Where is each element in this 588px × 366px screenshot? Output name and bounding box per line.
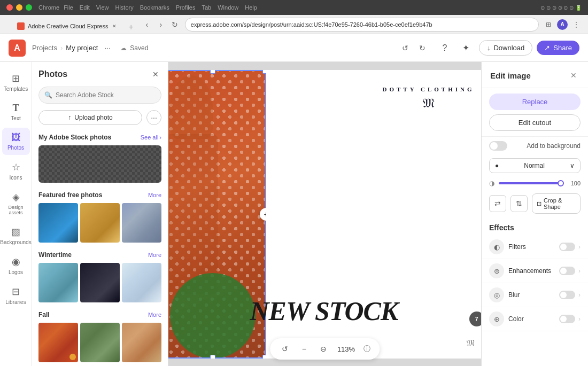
search-box[interactable]: 🔍 xyxy=(38,87,161,104)
sidebar-item-libraries[interactable]: ⊟ Libraries xyxy=(2,282,30,309)
sidebar-item-logos[interactable]: ◉ Logos xyxy=(2,252,30,279)
color-expand-icon[interactable]: › xyxy=(578,315,581,323)
header-actions: ? ✦ ↓ Download ↗ Share xyxy=(436,40,579,57)
right-panel-title: Edit image xyxy=(490,71,531,80)
crop-shape-button[interactable]: ⊡ Crop & Shape xyxy=(532,193,581,214)
sidebar-item-photos[interactable]: 🖼 Photos xyxy=(2,128,30,155)
tab-close-button[interactable]: ✕ xyxy=(111,23,118,29)
edit-cutout-button[interactable]: Edit cutout xyxy=(489,114,581,131)
my-stock-see-all[interactable]: See all › xyxy=(141,134,161,141)
help-button[interactable]: ? xyxy=(436,40,453,57)
color-left: ⊕ Color xyxy=(489,312,524,326)
extensions-icon[interactable]: ⊞ xyxy=(543,19,554,30)
url-bar[interactable]: express.adobe.com/sp/design/post/urn:aai… xyxy=(185,18,539,32)
settings-icon[interactable]: ⋮ xyxy=(571,19,582,30)
photo-thumb[interactable] xyxy=(80,263,120,302)
wintertime-more-link[interactable]: More xyxy=(148,252,161,258)
sidebar-item-text[interactable]: T Text xyxy=(2,98,30,126)
color-toggle[interactable] xyxy=(559,315,575,323)
photo-thumb[interactable] xyxy=(38,323,78,362)
photo-thumb[interactable] xyxy=(80,323,120,362)
fall-title: Fall xyxy=(38,311,50,318)
zoom-out-alt-button[interactable]: ⊖ xyxy=(316,341,331,356)
canvas-area[interactable]: + DOTTY CLOTHING 𝔐 NEW STOCK 𝔐 7 ↺ − xyxy=(168,62,481,366)
minimize-window-button[interactable] xyxy=(16,4,22,11)
blur-toggle[interactable] xyxy=(559,291,575,299)
sidebar-item-design-assets[interactable]: ◈ Design assets xyxy=(2,187,30,220)
photo-thumb[interactable] xyxy=(38,203,78,243)
opacity-slider[interactable] xyxy=(499,182,563,184)
right-panel-close-button[interactable]: ✕ xyxy=(568,69,579,81)
blend-mode-icon: ● xyxy=(495,162,499,169)
text-label: Text xyxy=(11,115,20,121)
upload-more-options-button[interactable]: ··· xyxy=(146,110,161,125)
upload-row: ↑ Upload photo ··· xyxy=(38,110,161,125)
active-tab[interactable]: Adobe Creative Cloud Express ✕ xyxy=(11,20,124,32)
right-panel: Edit image ✕ Replace Edit cutout Add to … xyxy=(481,62,588,366)
new-tab-button[interactable]: + xyxy=(125,22,136,32)
enhancements-left: ⊜ Enhancements xyxy=(489,263,551,278)
blend-mode-dropdown[interactable]: ● Normal ∨ xyxy=(489,158,581,173)
zoom-out-button[interactable]: − xyxy=(297,341,312,356)
stock-preview[interactable] xyxy=(38,145,161,183)
download-button[interactable]: ↓ Download xyxy=(479,40,532,56)
refresh-button[interactable]: ↻ xyxy=(169,19,181,30)
magic-button[interactable]: ✦ xyxy=(458,40,475,57)
flip-vertical-button[interactable]: ⇅ xyxy=(510,195,528,212)
opacity-thumb[interactable] xyxy=(558,180,564,186)
close-window-button[interactable] xyxy=(6,4,13,11)
profile-icon[interactable]: A xyxy=(557,19,568,30)
panel-close-button[interactable]: ✕ xyxy=(150,68,161,80)
more-options-button[interactable]: ··· xyxy=(101,42,114,54)
effects-header: Effects xyxy=(482,217,588,235)
panel-title: Photos xyxy=(38,69,67,79)
breadcrumb-projects[interactable]: Projects xyxy=(32,44,57,52)
replace-button[interactable]: Replace xyxy=(489,94,581,110)
reset-view-button[interactable]: ↺ xyxy=(277,341,292,356)
zoom-info-button[interactable]: ⓘ xyxy=(361,344,372,354)
blur-expand-icon[interactable]: › xyxy=(578,291,581,299)
forward-button[interactable]: › xyxy=(155,19,167,30)
featured-more-link[interactable]: More xyxy=(148,192,161,198)
browser-bar: Adobe Creative Cloud Express ✕ + ‹ › ↻ e… xyxy=(0,15,588,34)
see-all-label: See all xyxy=(141,134,159,141)
zoom-level-display[interactable]: 113% xyxy=(335,345,357,353)
maximize-window-button[interactable] xyxy=(26,4,32,11)
back-button[interactable]: ‹ xyxy=(141,19,153,30)
traffic-lights xyxy=(6,4,32,11)
breadcrumb-project-name[interactable]: My project xyxy=(66,44,98,52)
nav-buttons: ‹ › ↻ xyxy=(141,19,181,30)
photo-thumb[interactable] xyxy=(122,323,161,362)
opacity-fill xyxy=(499,182,563,184)
filters-toggle[interactable] xyxy=(559,243,575,251)
redo-button[interactable]: ↻ xyxy=(415,41,430,56)
new-stock-text[interactable]: NEW STOCK xyxy=(250,295,398,326)
sidebar-item-templates[interactable]: ⊞ Templates xyxy=(2,68,30,96)
undo-button[interactable]: ↺ xyxy=(398,41,413,56)
opacity-icon: ◑ xyxy=(489,180,494,187)
brand-text-area[interactable]: DOTTY CLOTHING 𝔐 xyxy=(383,86,475,114)
undo-redo-controls: ↺ ↻ xyxy=(398,41,430,56)
enhancements-expand-icon[interactable]: › xyxy=(578,267,581,275)
layer-badge[interactable]: 7 xyxy=(469,312,482,326)
chevron-right-icon: › xyxy=(159,134,161,141)
fall-more-link[interactable]: More xyxy=(148,312,161,318)
color-icon: ⊕ xyxy=(489,312,504,326)
filters-expand-icon[interactable]: › xyxy=(578,243,581,251)
add-to-background-toggle[interactable] xyxy=(489,141,507,151)
right-panel-header: Edit image ✕ xyxy=(482,62,588,88)
canvas-toolbar: ↺ − ⊖ 113% ⓘ xyxy=(270,338,380,360)
upload-label: Upload photo xyxy=(74,114,112,121)
sidebar-item-backgrounds[interactable]: ▨ Backgrounds xyxy=(2,222,30,250)
photo-thumb[interactable] xyxy=(122,203,161,243)
design-canvas[interactable]: + DOTTY CLOTHING 𝔐 NEW STOCK 𝔐 xyxy=(168,70,481,359)
photo-thumb[interactable] xyxy=(38,263,78,302)
search-input[interactable] xyxy=(56,91,156,99)
flip-horizontal-button[interactable]: ⇄ xyxy=(489,195,506,212)
share-button[interactable]: ↗ Share xyxy=(537,41,579,55)
photo-thumb[interactable] xyxy=(122,263,161,302)
sidebar-item-icons[interactable]: ☆ Icons xyxy=(2,157,30,185)
upload-photo-button[interactable]: ↑ Upload photo xyxy=(38,110,142,125)
enhancements-toggle[interactable] xyxy=(559,267,575,275)
photo-thumb[interactable] xyxy=(80,203,120,243)
